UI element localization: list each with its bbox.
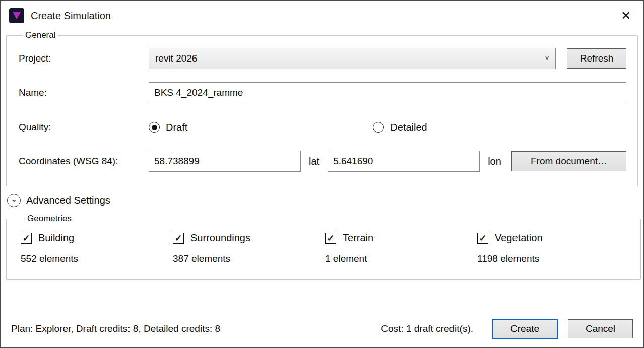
app-logo-icon <box>9 8 24 23</box>
vegetation-checkbox-row[interactable]: ✓ Vegetation <box>477 232 629 244</box>
building-checkbox-row[interactable]: ✓ Building <box>21 232 173 244</box>
checkbox-check-icon: ✓ <box>325 233 336 244</box>
lon-unit-label: lon <box>488 156 501 167</box>
geometries-group: Geometries ✓ Building 552 elements ✓ Sur… <box>6 214 641 280</box>
radio-icon-detailed <box>373 122 384 133</box>
quality-option-draft[interactable]: Draft <box>149 122 187 133</box>
general-legend: General <box>23 30 58 40</box>
cost-info-text: Cost: 1 draft credit(s). <box>381 323 473 334</box>
quality-option-detailed[interactable]: Detailed <box>373 122 427 133</box>
geometry-item-vegetation: ✓ Vegetation 1198 elements <box>477 232 629 264</box>
lat-unit-label: lat <box>309 156 319 167</box>
quality-option-detailed-label: Detailed <box>390 122 427 133</box>
surroundings-count: 387 elements <box>173 253 325 264</box>
geometry-item-terrain: ✓ Terrain 1 element <box>325 232 477 264</box>
from-document-button[interactable]: From document… <box>511 151 626 171</box>
geometries-grid: ✓ Building 552 elements ✓ Surroundings 3… <box>21 232 629 264</box>
close-icon[interactable]: ✕ <box>618 8 634 24</box>
footer: Plan: Explorer, Draft credits: 8, Detail… <box>1 311 643 347</box>
building-count: 552 elements <box>21 253 173 264</box>
terrain-count: 1 element <box>325 253 477 264</box>
longitude-input[interactable] <box>328 151 480 172</box>
terrain-label: Terrain <box>343 232 373 244</box>
project-dropdown-value: revit 2026 <box>155 53 197 64</box>
surroundings-label: Surroundings <box>190 232 250 244</box>
quality-label: Quality: <box>19 122 149 133</box>
name-row: Name: <box>19 76 626 110</box>
window-title: Create Simulation <box>31 10 111 22</box>
checkbox-check-icon: ✓ <box>477 233 488 244</box>
latitude-input[interactable] <box>149 151 301 172</box>
geometry-item-building: ✓ Building 552 elements <box>21 232 173 264</box>
advanced-settings-label: Advanced Settings <box>26 195 110 206</box>
cancel-button[interactable]: Cancel <box>568 319 633 338</box>
advanced-settings-expander[interactable]: ⌄ Advanced Settings <box>1 186 643 214</box>
quality-radio-group: Draft Detailed <box>149 122 427 133</box>
building-label: Building <box>38 232 74 244</box>
dropdown-arrow-icon: ˅ <box>545 53 549 62</box>
coordinates-row: Coordinates (WSG 84): lat lon From docum… <box>19 144 626 179</box>
name-input[interactable] <box>149 82 626 103</box>
project-row: Project: revit 2026 ˅ Refresh <box>19 41 626 76</box>
create-button[interactable]: Create <box>492 319 557 338</box>
refresh-button[interactable]: Refresh <box>567 48 626 69</box>
titlebar: Create Simulation ✕ <box>1 1 643 30</box>
geometries-legend: Geometries <box>25 214 74 224</box>
name-label: Name: <box>19 87 149 98</box>
terrain-checkbox-row[interactable]: ✓ Terrain <box>325 232 477 244</box>
checkbox-check-icon: ✓ <box>173 233 184 244</box>
plan-info-text: Plan: Explorer, Draft credits: 8, Detail… <box>11 323 220 334</box>
geometry-item-surroundings: ✓ Surroundings 387 elements <box>173 232 325 264</box>
chevron-down-icon: ⌄ <box>7 194 21 207</box>
general-group: General Project: revit 2026 ˅ Refresh Na… <box>6 30 638 186</box>
create-simulation-dialog: Create Simulation ✕ General Project: rev… <box>0 0 644 348</box>
quality-option-draft-label: Draft <box>166 122 187 133</box>
vegetation-count: 1198 elements <box>477 253 629 264</box>
radio-icon-draft <box>149 122 160 133</box>
vegetation-label: Vegetation <box>495 232 543 244</box>
project-label: Project: <box>19 53 149 64</box>
checkbox-check-icon: ✓ <box>21 233 32 244</box>
project-dropdown[interactable]: revit 2026 ˅ <box>149 48 556 69</box>
coordinates-label: Coordinates (WSG 84): <box>19 156 149 167</box>
surroundings-checkbox-row[interactable]: ✓ Surroundings <box>173 232 325 244</box>
quality-row: Quality: Draft Detailed <box>19 110 626 144</box>
